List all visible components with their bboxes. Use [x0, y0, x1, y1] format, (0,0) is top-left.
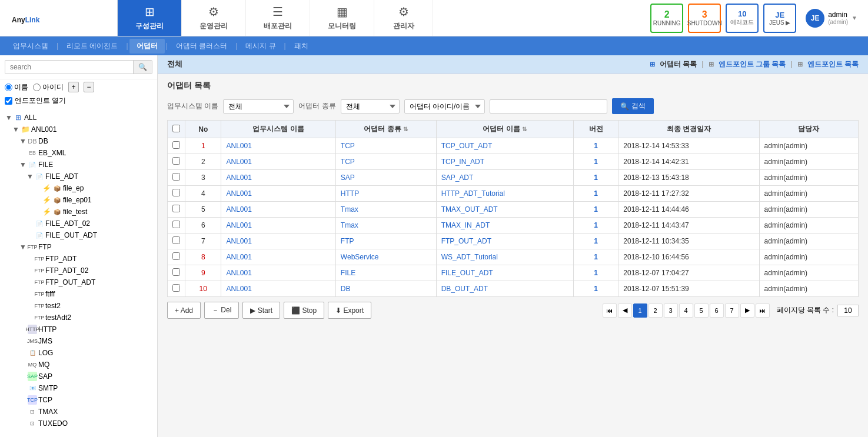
breadcrumb-endpoint-group[interactable]: 엔드포인트 그룹 목록	[719, 59, 786, 69]
page-1-button[interactable]: 1	[633, 303, 647, 318]
tab-deploy[interactable]: ☰ 배포관리	[246, 0, 310, 36]
breadcrumb-endpoint-list[interactable]: 엔드포인트 목록	[807, 59, 859, 69]
cell-type-10[interactable]: DB	[335, 281, 436, 297]
tree-item-ebxml[interactable]: ▶ EB EB_XML	[0, 147, 157, 159]
select-all-checkbox[interactable]	[172, 125, 180, 132]
sort-icon-name[interactable]: ⇅	[522, 126, 527, 132]
tree-item-file-out-adt[interactable]: ▶ 📄 FILE_OUT_ADT	[0, 229, 157, 241]
tab-admin[interactable]: ⚙ 관리자	[374, 0, 433, 36]
error-badge[interactable]: 10 에러코드	[726, 4, 759, 33]
page-next-button[interactable]: ▶	[740, 303, 754, 318]
jeus-badge[interactable]: JE JEUS ▶	[763, 4, 796, 33]
tree-item-file[interactable]: ▼ 📄 FILE	[0, 159, 157, 171]
cell-biz-10[interactable]: ANL001	[221, 281, 335, 297]
row-checkbox-10[interactable]	[172, 284, 180, 292]
cell-biz-7[interactable]: ANL001	[221, 233, 335, 249]
tree-item-ftp-adt02[interactable]: ▶ FTP FTP_ADT_02	[0, 265, 157, 276]
cell-name-6[interactable]: TMAX_IN_ADT	[436, 218, 573, 233]
subnav-remote[interactable]: 리모트 에이전트	[59, 39, 125, 54]
row-checkbox-8[interactable]	[172, 252, 180, 260]
type-filter-select[interactable]: 전체	[341, 99, 400, 114]
breadcrumb-adapter-list[interactable]: 어댑터 목록	[660, 59, 697, 69]
endpoint-checkbox[interactable]	[5, 97, 12, 105]
cell-type-8[interactable]: WebService	[335, 249, 436, 265]
tree-item-db[interactable]: ▼ DB DB	[0, 135, 157, 147]
tree-item-mq[interactable]: ▶ MQ MQ	[0, 359, 157, 371]
adapter-search-input[interactable]	[490, 99, 607, 114]
cell-type-6[interactable]: Tmax	[335, 218, 436, 233]
tree-toggle-anl001[interactable]: ▼	[12, 125, 20, 134]
radio-id[interactable]: 아이디	[33, 82, 64, 92]
tree-item-ftp-adt[interactable]: ▶ FTP FTP_ADT	[0, 253, 157, 265]
page-first-button[interactable]: ⏮	[603, 303, 617, 318]
tree-toggle-ftp[interactable]: ▼	[19, 243, 27, 251]
del-button[interactable]: － Del	[204, 302, 239, 319]
tree-item-jms[interactable]: ▶ JMS JMS	[0, 335, 157, 347]
tree-item-ftp[interactable]: ▼ FTP FTP	[0, 241, 157, 253]
search-button[interactable]: 🔍	[133, 61, 152, 74]
page-6-button[interactable]: 6	[710, 303, 724, 318]
add-button[interactable]: + Add	[167, 302, 201, 319]
tree-item-test2[interactable]: ▶ FTP test2	[0, 300, 157, 312]
row-checkbox-9[interactable]	[172, 268, 180, 276]
page-4-button[interactable]: 4	[679, 303, 693, 318]
cell-name-2[interactable]: TCP_IN_ADT	[436, 154, 573, 170]
subnav-biz[interactable]: 업무시스템	[6, 39, 55, 54]
cell-name-1[interactable]: TCP_OUT_ADT	[436, 138, 573, 154]
row-checkbox-2[interactable]	[172, 157, 180, 165]
cell-type-3[interactable]: SAP	[335, 170, 436, 186]
tab-ops[interactable]: ⚙ 운영관리	[182, 0, 246, 36]
subnav-adapter[interactable]: 어댑터	[129, 39, 165, 54]
cell-biz-4[interactable]: ANL001	[221, 186, 335, 202]
cell-name-5[interactable]: TMAX_OUT_ADT	[436, 202, 573, 218]
cell-name-8[interactable]: WS_ADT_Tutorial	[436, 249, 573, 265]
row-checkbox-4[interactable]	[172, 189, 180, 196]
cell-name-7[interactable]: FTP_OUT_ADT	[436, 233, 573, 249]
page-5-button[interactable]: 5	[694, 303, 709, 318]
tree-toggle-file[interactable]: ▼	[19, 161, 27, 169]
tree-item-tcp[interactable]: ▶ TCP TCP	[0, 394, 157, 406]
row-checkbox-7[interactable]	[172, 236, 180, 244]
stop-button[interactable]: ⬛ Stop	[284, 302, 324, 319]
row-checkbox-3[interactable]	[172, 173, 180, 181]
page-3-button[interactable]: 3	[664, 303, 678, 318]
search-button[interactable]: 🔍 검색	[612, 98, 654, 114]
cell-type-2[interactable]: TCP	[335, 154, 436, 170]
tree-item-file-ep[interactable]: ▶ ⚡ 📦 file_ep	[0, 182, 157, 194]
tree-toggle-file-adt[interactable]: ▼	[26, 172, 34, 181]
page-size-input[interactable]	[837, 305, 859, 316]
subnav-cluster[interactable]: 어댑터 클러스터	[169, 39, 234, 54]
cell-biz-8[interactable]: ANL001	[221, 249, 335, 265]
tab-monitor[interactable]: ▦ 모니터링	[310, 0, 374, 36]
cell-biz-3[interactable]: ANL001	[221, 170, 335, 186]
sort-icon-type[interactable]: ⇅	[403, 126, 408, 132]
subnav-msgqueue[interactable]: 메시지 큐	[238, 39, 282, 54]
page-7-button[interactable]: 7	[725, 303, 739, 318]
cell-biz-9[interactable]: ANL001	[221, 265, 335, 281]
row-checkbox-5[interactable]	[172, 205, 180, 212]
tree-item-log[interactable]: ▶ 📋 LOG	[0, 347, 157, 359]
tree-item-ftp-out-adt[interactable]: ▶ FTP FTP_OUT_ADT	[0, 276, 157, 288]
biz-filter-select[interactable]: 전체	[223, 99, 294, 114]
tree-item-tmax[interactable]: ▶ ⊡ TMAX	[0, 406, 157, 418]
tree-item-ftfff[interactable]: ▶ FTP ftfff	[0, 288, 157, 300]
cell-type-9[interactable]: FILE	[335, 265, 436, 281]
start-button[interactable]: ▶ Start	[242, 302, 280, 319]
cell-biz-1[interactable]: ANL001	[221, 138, 335, 154]
tree-item-tuxedo[interactable]: ▶ ⊡ TUXEDO	[0, 418, 157, 429]
cell-type-7[interactable]: FTP	[335, 233, 436, 249]
id-filter-select[interactable]: 어댑터 아이디/이름	[404, 99, 485, 114]
tree-item-file-adt[interactable]: ▼ 📄 FILE_ADT	[0, 171, 157, 182]
cell-type-1[interactable]: TCP	[335, 138, 436, 154]
page-last-button[interactable]: ⏭	[756, 303, 770, 318]
cell-biz-6[interactable]: ANL001	[221, 218, 335, 233]
tree-item-file-test[interactable]: ▶ ⚡ 📦 file_test	[0, 206, 157, 218]
shutdown-badge[interactable]: 3 SHUTDOWN	[688, 4, 721, 33]
cell-name-4[interactable]: HTTP_ADT_Tutorial	[436, 186, 573, 202]
tree-item-http[interactable]: ▶ HTTP HTTP	[0, 323, 157, 335]
remove-tree-item-button[interactable]: −	[84, 82, 94, 92]
cell-name-10[interactable]: DB_OUT_ADT	[436, 281, 573, 297]
cell-biz-5[interactable]: ANL001	[221, 202, 335, 218]
tree-item-smtp[interactable]: ▶ 📧 SMTP	[0, 382, 157, 394]
page-prev-button[interactable]: ◀	[618, 303, 632, 318]
